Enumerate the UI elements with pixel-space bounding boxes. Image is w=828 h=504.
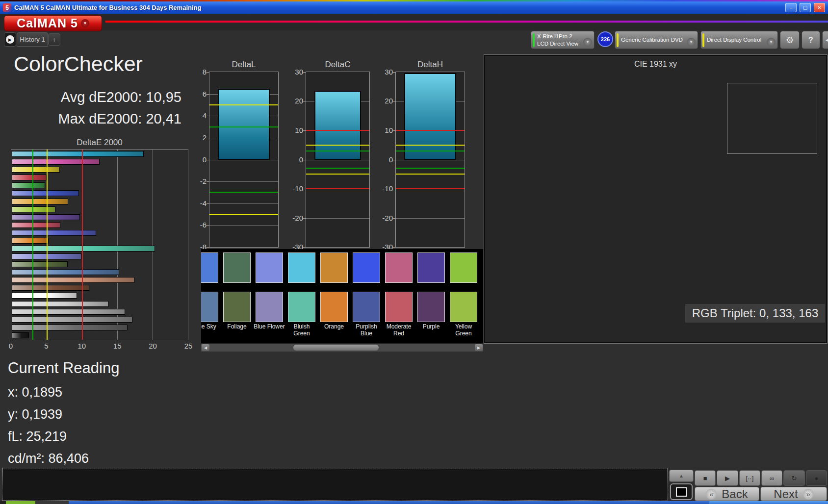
next-button[interactable]: Next » — [760, 487, 827, 501]
chevrons-left-icon: « — [706, 489, 717, 500]
meter-dropdown[interactable]: X-Rite i1Pro 2 LCD Direct View ▼ — [531, 31, 595, 49]
delta-tick — [207, 160, 209, 160]
swatch-compare-panel: Blue SkyFoliageBlue FlowerBluish GreenOr… — [201, 249, 483, 343]
swatch-target-blue-flower — [256, 292, 283, 322]
swatch-measured-moderate-red — [385, 252, 413, 283]
delta-refline — [396, 168, 465, 169]
deltae-bar-white — [12, 293, 77, 299]
delta-tick-label: -10 — [287, 184, 303, 193]
deltae-bar-row — [12, 205, 187, 213]
calman-logo-menu[interactable]: CalMAN 5 ▼ — [4, 15, 102, 31]
swatch-measured-foliage — [223, 252, 251, 283]
settings-button[interactable]: ⚙ — [780, 31, 800, 49]
question-icon: ? — [808, 36, 813, 45]
scroll-right-icon[interactable]: ▶ — [475, 344, 483, 351]
logo-caret-icon: ▼ — [81, 19, 89, 27]
source-label: Generic Calibration DVD — [621, 36, 683, 43]
maximize-button[interactable]: ▢ — [800, 3, 811, 12]
deltae-bar-red — [12, 175, 47, 180]
tab-history-1[interactable]: History 1 — [17, 32, 48, 47]
display-control-dropdown[interactable]: Direct Display Control ▼ — [700, 31, 778, 49]
delta-refline — [306, 168, 369, 169]
frame-button[interactable]: [··] — [739, 470, 760, 486]
chevron-left-icon: ◀ — [826, 37, 828, 43]
infinity-icon: ∞ — [770, 475, 774, 482]
record-button[interactable]: ● — [806, 470, 827, 486]
delta-tick-label: 30 — [377, 68, 393, 76]
deltae-bars — [12, 150, 187, 339]
cie-title: CIE 1931 xy — [485, 60, 826, 69]
deltae-tick-label: 10 — [78, 342, 86, 350]
swatch-label-orange: Orange — [317, 324, 351, 330]
calman-app: 5 CalMAN 5 CalMAN Ultimate for Business … — [0, 0, 828, 504]
delta-bar-deltaL — [218, 89, 270, 160]
delta-tick — [207, 247, 209, 248]
patch-selector-strip — [3, 469, 667, 500]
delta-tick — [207, 138, 209, 138]
add-tab-button[interactable]: + — [48, 33, 60, 46]
close-button[interactable]: ✕ — [814, 3, 825, 12]
scrollbar-thumb[interactable] — [293, 345, 379, 351]
meter-line1: X-Rite i1Pro 2 — [537, 33, 578, 40]
swatch-measured-orange — [320, 252, 348, 283]
delta-gridline — [306, 160, 369, 160]
delta-tick — [393, 189, 395, 189]
swatch-label-foliage: Foliage — [220, 324, 254, 330]
play-button[interactable]: ▶ — [717, 470, 738, 486]
swatch-target-yellow-green — [450, 292, 477, 322]
deltae-bar-row — [12, 150, 187, 158]
collapse-panel-button[interactable]: ◀ — [822, 31, 828, 49]
meter-line2: LCD Direct View — [537, 40, 578, 47]
deltah-plot: -30-20-100102030 — [395, 72, 465, 248]
workflow-nav-button[interactable]: ▶ — [4, 32, 16, 47]
swatch-scrollbar[interactable]: ◀ ▶ — [201, 343, 483, 352]
scroll-left-icon[interactable]: ◀ — [202, 344, 209, 351]
cie-1931-panel: CIE 1931 xy RGB Triplet: 0, 133, 163 — [484, 55, 827, 343]
source-status-bar — [617, 33, 619, 47]
chevron-down-icon: ▼ — [583, 38, 592, 47]
delta-tick-label: -10 — [377, 184, 393, 193]
deltae-bar-gray-50 — [12, 317, 132, 323]
logo-text: CalMAN 5 — [17, 16, 78, 30]
deltae-bar-row — [12, 158, 187, 166]
deltae-bar-row — [12, 284, 187, 292]
delta-refline — [306, 174, 369, 175]
rgb-triplet-readout: RGB Triplet: 0, 133, 163 — [685, 304, 825, 323]
minimize-button[interactable]: – — [785, 3, 797, 12]
deltae-bar-green — [12, 182, 45, 188]
delta-tick-label: 2 — [191, 133, 207, 142]
gear-icon: ⚙ — [786, 35, 794, 46]
deltae-refline — [47, 150, 48, 340]
source-dropdown[interactable]: Generic Calibration DVD ▼ — [615, 31, 698, 49]
deltae-chart-title: DeltaE 2000 — [11, 138, 188, 148]
deltac-title: DeltaC — [306, 60, 370, 70]
delta-tick — [303, 130, 306, 131]
back-button[interactable]: « Back — [695, 487, 759, 501]
delta-refline — [209, 192, 278, 193]
deltae-gridline — [188, 150, 188, 340]
swatch-measured-yellow-green — [450, 252, 477, 283]
window-titlebar: 5 CalMAN 5 CalMAN Ultimate for Business … — [0, 1, 828, 14]
delta-tick — [393, 72, 395, 73]
deltah-title: DeltaH — [395, 60, 465, 70]
pattern-window-button[interactable] — [670, 483, 693, 500]
taskbar-segment — [6, 501, 35, 504]
play-icon: ▶ — [725, 475, 730, 482]
stop-button[interactable]: ■ — [695, 470, 716, 486]
delta-tick — [207, 72, 209, 73]
display-control-label: Direct Display Control — [707, 36, 761, 43]
swatch-label-blue-flower: Blue Flower — [253, 324, 286, 330]
refresh-button[interactable]: ↻ — [783, 470, 804, 486]
pattern-up-button[interactable]: ▲ — [669, 470, 694, 482]
deltae-bar-orange — [12, 238, 49, 244]
chevron-down-icon: ▼ — [687, 38, 696, 47]
delta-tick — [207, 203, 209, 204]
delta-tick-label: -20 — [377, 214, 393, 222]
help-button[interactable]: ? — [802, 31, 820, 49]
meter-reading-badge: 226 — [597, 31, 613, 47]
delta-tick-label: 6 — [191, 90, 207, 98]
loop-button[interactable]: ∞ — [761, 470, 782, 486]
delta-tick-label: 0 — [287, 155, 303, 164]
frame-icon: [··] — [746, 475, 753, 482]
deltae-refline — [32, 150, 33, 340]
